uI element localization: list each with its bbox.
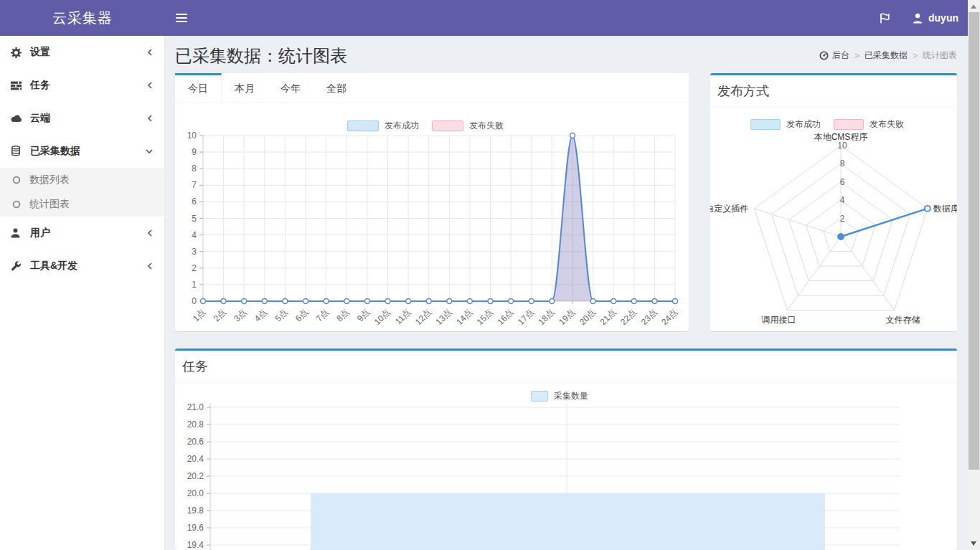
svg-text:8: 8 <box>192 163 197 174</box>
wrench-icon <box>11 261 30 272</box>
hourly-publish-line-chart: 0123456789101点2点3点4点5点6点7点8点9点10点11点12点1… <box>175 132 689 327</box>
breadcrumb-home[interactable]: 后台 <box>819 49 849 62</box>
publish-method-radar-chart: 246810本地CMS程序数据库文件存储调用接口自定义插件 <box>710 133 957 331</box>
svg-text:3点: 3点 <box>232 307 248 323</box>
svg-text:21.0: 21.0 <box>187 403 204 412</box>
svg-text:7: 7 <box>192 180 197 190</box>
vertical-scrollbar[interactable] <box>968 0 980 550</box>
sidebar-item-label: 用户 <box>30 227 50 240</box>
database-icon <box>11 146 30 157</box>
flag-icon <box>879 12 891 24</box>
svg-text:5点: 5点 <box>273 307 289 323</box>
legend-label-success: 发布成功 <box>786 118 821 131</box>
svg-text:1: 1 <box>192 280 197 290</box>
scrollbar-thumb[interactable] <box>969 12 979 470</box>
scroll-down-arrow-icon[interactable] <box>971 541 976 546</box>
sidebar-item-collected-data[interactable]: 已采集数据 <box>0 135 164 168</box>
sidebar-item-tools-dev[interactable]: 工具&开发 <box>0 250 164 283</box>
legend-swatch-fail <box>834 119 864 130</box>
chevron-left-icon <box>146 48 154 57</box>
svg-text:8点: 8点 <box>334 307 351 323</box>
svg-text:13点: 13点 <box>434 307 454 327</box>
app-logo[interactable]: 云采集器 <box>0 0 165 36</box>
dashboard-icon <box>819 51 829 60</box>
svg-text:4: 4 <box>192 230 197 240</box>
svg-text:17点: 17点 <box>516 307 536 327</box>
legend-label-fail: 发布失败 <box>469 120 504 132</box>
svg-text:4: 4 <box>840 195 845 205</box>
svg-text:自定义插件: 自定义插件 <box>710 204 748 214</box>
circle-icon <box>12 176 29 184</box>
cloud-icon <box>11 114 30 123</box>
panel-title: 任务 <box>175 351 957 383</box>
user-icon <box>913 13 923 24</box>
tab-all[interactable]: 全部 <box>314 73 359 103</box>
svg-text:调用接口: 调用接口 <box>760 315 796 325</box>
tab-this-month[interactable]: 本月 <box>222 73 268 103</box>
sidebar-item-label: 统计图表 <box>29 198 70 211</box>
tab-this-year[interactable]: 今年 <box>268 73 314 103</box>
sidebar-item-label: 任务 <box>30 79 50 92</box>
sidebar-item-label: 已采集数据 <box>30 145 80 158</box>
svg-text:1点: 1点 <box>191 307 207 323</box>
publish-method-panel: 发布方式 发布成功 发布失败 246810本地CMS程序数据库文件存储调用接口自… <box>710 73 957 331</box>
svg-text:6: 6 <box>840 177 845 187</box>
tasks-icon <box>11 80 30 91</box>
breadcrumb-collected-data[interactable]: 已采集数据 <box>864 49 908 62</box>
breadcrumb-separator: > <box>913 51 918 61</box>
svg-text:10: 10 <box>837 141 847 151</box>
tab-today[interactable]: 今日 <box>175 73 222 103</box>
legend-label-fail: 发布失败 <box>870 118 904 131</box>
sidebar-item-tasks[interactable]: 任务 <box>0 69 164 102</box>
sidebar-item-label: 设置 <box>30 46 50 59</box>
period-tabs: 今日 本月 今年 全部 <box>175 73 689 103</box>
legend-swatch-success <box>750 119 781 130</box>
flag-menu-button[interactable] <box>879 12 891 24</box>
svg-text:5: 5 <box>192 214 197 224</box>
svg-text:2点: 2点 <box>212 307 228 323</box>
sidebar-item-label: 数据列表 <box>29 174 70 186</box>
svg-text:数据库: 数据库 <box>933 204 957 214</box>
breadcrumb-current: 统计图表 <box>923 49 957 62</box>
svg-text:10点: 10点 <box>372 307 392 327</box>
svg-text:20.6: 20.6 <box>187 437 204 447</box>
legend-label-success: 发布成功 <box>385 120 419 132</box>
content-area: 已采集数据：统计图表 后台 > 已采集数据 > 统计图表 今日 本月 今年 全部… <box>165 36 968 550</box>
charts-row: 今日 本月 今年 全部 发布成功 发布失败 0123456789101点2点3点… <box>175 73 957 331</box>
svg-text:2: 2 <box>192 263 197 273</box>
sidebar-item-statistics-chart[interactable]: 统计图表 <box>0 192 164 217</box>
svg-text:21点: 21点 <box>598 307 618 327</box>
legend-label-collect: 采集数量 <box>554 390 588 402</box>
svg-text:10: 10 <box>187 132 197 141</box>
svg-text:12点: 12点 <box>413 307 433 327</box>
svg-text:本地CMS程序: 本地CMS程序 <box>814 133 868 142</box>
sidebar-item-settings[interactable]: 设置 <box>0 36 164 69</box>
panel-title: 发布方式 <box>710 75 957 108</box>
sidebar-item-users[interactable]: 用户 <box>0 217 164 250</box>
svg-text:9: 9 <box>192 147 197 157</box>
svg-text:18点: 18点 <box>537 307 557 327</box>
user-icon <box>11 228 30 238</box>
svg-text:19.6: 19.6 <box>187 523 204 533</box>
navbar-right: duyun <box>879 0 980 36</box>
chevron-left-icon <box>146 114 154 123</box>
svg-text:20点: 20点 <box>578 307 598 327</box>
svg-text:19.8: 19.8 <box>187 506 204 516</box>
svg-text:8: 8 <box>840 158 845 169</box>
sidebar-item-data-list[interactable]: 数据列表 <box>0 168 164 192</box>
user-menu[interactable]: duyun <box>913 12 958 24</box>
top-navbar: 云采集器 duyun <box>0 0 980 36</box>
svg-text:20.2: 20.2 <box>187 471 204 481</box>
scroll-up-arrow-icon[interactable] <box>971 4 976 9</box>
sidebar: 设置 任务 云端 已采集数据 数据列表 统计图表 用户 工具&开发 <box>0 36 165 550</box>
svg-text:20.0: 20.0 <box>187 488 204 498</box>
svg-text:22点: 22点 <box>618 307 639 327</box>
svg-text:19点: 19点 <box>557 307 577 327</box>
legend-swatch-success <box>347 120 379 131</box>
sidebar-item-cloud[interactable]: 云端 <box>0 102 164 135</box>
svg-text:16点: 16点 <box>495 307 515 327</box>
task-chart-legend: 采集数量 <box>175 390 957 402</box>
svg-text:20.4: 20.4 <box>187 454 204 464</box>
sidebar-toggle-button[interactable] <box>165 0 197 36</box>
svg-text:4点: 4点 <box>253 307 269 323</box>
